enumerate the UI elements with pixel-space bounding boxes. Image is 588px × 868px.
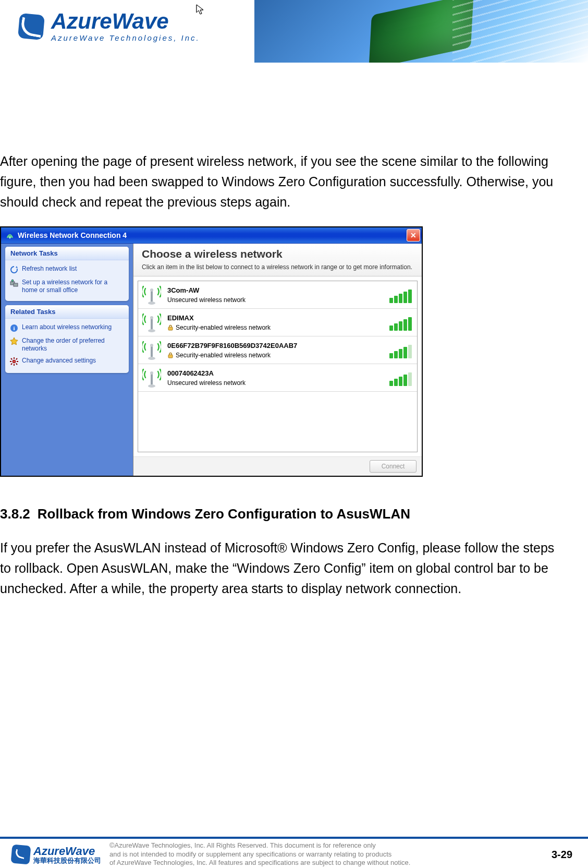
section-title: Rollback from Windows Zero Configuration… bbox=[38, 506, 410, 522]
info-icon: i bbox=[9, 323, 19, 333]
svg-line-12 bbox=[16, 364, 17, 365]
signal-strength-icon bbox=[381, 312, 412, 333]
network-desc: Unsecured wireless network bbox=[167, 379, 375, 387]
cursor-icon bbox=[196, 4, 204, 16]
network-ssid: 3Com-AW bbox=[167, 286, 375, 294]
svg-text:i: i bbox=[13, 325, 15, 331]
antenna-icon bbox=[141, 367, 162, 388]
network-ssid: 00074062423A bbox=[167, 369, 375, 377]
sidebar-item-label: Learn about wireless networking bbox=[22, 323, 112, 331]
svg-line-13 bbox=[11, 364, 12, 365]
window-title: Wireless Network Connection 4 bbox=[18, 231, 127, 239]
network-list[interactable]: 3Com-AWUnsecured wireless networkEDIMAXS… bbox=[138, 281, 418, 452]
window-title-bar[interactable]: Wireless Network Connection 4 ✕ bbox=[1, 227, 422, 244]
network-row[interactable]: 00074062423AUnsecured wireless network bbox=[138, 364, 417, 392]
svg-point-23 bbox=[148, 357, 155, 360]
lock-icon bbox=[167, 352, 174, 358]
sidebar-item-label: Refresh network list bbox=[22, 265, 77, 273]
sidebar-item-refresh[interactable]: Refresh network list bbox=[8, 263, 126, 277]
svg-rect-21 bbox=[168, 327, 173, 330]
brand-tagline: AzureWave Technologies, Inc. bbox=[51, 33, 200, 42]
header-banner: AzureWave AzureWave Technologies, Inc. bbox=[0, 0, 588, 63]
network-row[interactable]: 0E66F72B79F9F8160B569D3742E0AAB7Security… bbox=[138, 336, 417, 364]
connect-button[interactable]: Connect bbox=[370, 460, 416, 473]
signal-strength-icon bbox=[381, 340, 412, 360]
sidebar-item-setup[interactable]: Set up a wireless network for a home or … bbox=[8, 277, 126, 297]
sidebar: Network Tasks Refresh network listSet up… bbox=[1, 244, 133, 476]
svg-line-14 bbox=[16, 358, 17, 359]
antenna-icon bbox=[141, 312, 162, 333]
logo-icon bbox=[16, 11, 47, 42]
wireless-icon bbox=[5, 232, 15, 239]
network-row[interactable]: EDIMAXSecurity-enabled wireless network bbox=[138, 309, 417, 336]
sidebar-item-gear[interactable]: Change advanced settings bbox=[8, 355, 126, 369]
sidebar-item-star[interactable]: Change the order of preferred networks bbox=[8, 335, 126, 355]
network-row[interactable]: 3Com-AWUnsecured wireless network bbox=[138, 281, 417, 309]
signal-strength-icon bbox=[381, 367, 412, 388]
section-number: 3.8.2 bbox=[0, 506, 30, 522]
page-footer: AzureWave 海華科技股份有限公司 ©AzureWave Technolo… bbox=[0, 837, 588, 868]
choose-sub: Click an item in the list below to conne… bbox=[142, 263, 413, 271]
svg-point-24 bbox=[150, 344, 153, 347]
svg-rect-2 bbox=[14, 283, 18, 286]
antenna-icon bbox=[141, 340, 162, 360]
network-desc: Security-enabled wireless network bbox=[167, 352, 375, 359]
section-paragraph: If you prefer the AsusWLAN instead of Mi… bbox=[0, 538, 557, 598]
network-desc: Security-enabled wireless network bbox=[167, 324, 375, 331]
panel-title: Network Tasks bbox=[5, 247, 129, 260]
svg-point-28 bbox=[150, 371, 153, 375]
refresh-icon bbox=[9, 265, 19, 274]
main-pane: Choose a wireless network Click an item … bbox=[133, 244, 422, 476]
gear-icon bbox=[9, 357, 19, 366]
close-button[interactable]: ✕ bbox=[407, 229, 420, 242]
header-motif bbox=[254, 0, 588, 63]
section-heading: 3.8.2Rollback from Windows Zero Configur… bbox=[0, 506, 572, 522]
sidebar-item-label: Change advanced settings bbox=[22, 357, 96, 365]
sidebar-item-label: Change the order of preferred networks bbox=[22, 337, 125, 353]
svg-rect-0 bbox=[9, 237, 10, 239]
choose-heading: Choose a wireless network bbox=[142, 248, 413, 260]
logo-icon bbox=[10, 844, 31, 864]
network-ssid: 0E66F72B79F9F8160B569D3742E0AAB7 bbox=[167, 342, 375, 349]
panel-related-tasks: Related Tasks iLearn about wireless netw… bbox=[5, 305, 129, 373]
sidebar-item-label: Set up a wireless network for a home or … bbox=[22, 279, 125, 294]
setup-icon bbox=[9, 279, 19, 288]
antenna-icon bbox=[141, 284, 162, 305]
svg-point-6 bbox=[13, 360, 16, 363]
footer-logo: AzureWave 海華科技股份有限公司 bbox=[11, 845, 101, 864]
svg-point-27 bbox=[148, 384, 155, 388]
star-icon bbox=[9, 337, 19, 346]
panel-title: Related Tasks bbox=[5, 305, 129, 319]
svg-point-20 bbox=[150, 316, 153, 319]
svg-line-11 bbox=[11, 358, 12, 359]
svg-point-16 bbox=[148, 302, 155, 305]
figure-xp-window: Wireless Network Connection 4 ✕ Network … bbox=[0, 226, 423, 477]
intro-paragraph: After opening the page of present wirele… bbox=[0, 151, 557, 212]
brand-name: AzureWave bbox=[51, 10, 200, 32]
header-logo: AzureWave AzureWave Technologies, Inc. bbox=[16, 10, 200, 42]
svg-point-17 bbox=[150, 288, 153, 292]
footer-brand: AzureWave bbox=[33, 845, 101, 857]
footer-brand-cn: 海華科技股份有限公司 bbox=[33, 857, 101, 864]
svg-point-3 bbox=[11, 280, 14, 282]
lock-icon bbox=[167, 324, 174, 331]
page-number: 3-29 bbox=[552, 849, 572, 861]
copyright-text: ©AzureWave Technologies, Inc. All Rights… bbox=[109, 841, 552, 868]
svg-point-19 bbox=[148, 329, 155, 332]
svg-rect-25 bbox=[168, 355, 173, 358]
signal-strength-icon bbox=[381, 284, 412, 305]
sidebar-item-info[interactable]: iLearn about wireless networking bbox=[8, 322, 126, 335]
network-ssid: EDIMAX bbox=[167, 314, 375, 322]
panel-network-tasks: Network Tasks Refresh network listSet up… bbox=[5, 247, 129, 301]
close-icon: ✕ bbox=[410, 231, 416, 239]
network-desc: Unsecured wireless network bbox=[167, 296, 375, 304]
